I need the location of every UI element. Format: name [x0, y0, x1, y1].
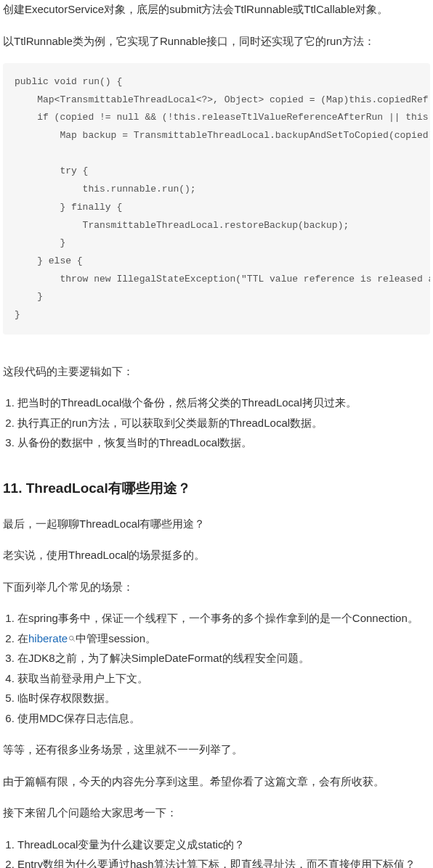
list-item: 在JDK8之前，为了解决SimpleDateFormat的线程安全问题。 [17, 649, 430, 668]
list-item: 从备份的数据中，恢复当时的ThreadLocal数据。 [17, 433, 430, 452]
text-after-link: 中管理session。 [76, 632, 156, 644]
list-item: 临时保存权限数据。 [17, 689, 430, 708]
paragraph: 最后，一起聊聊ThreadLocal有哪些用途？ [3, 515, 430, 533]
external-link-icon [68, 629, 76, 636]
paragraph: 等等，还有很多业务场景，这里就不一一列举了。 [3, 740, 430, 759]
paragraph: 由于篇幅有限，今天的内容先分享到这里。希望你看了这篇文章，会有所收获。 [3, 772, 430, 791]
list-item: 执行真正的run方法，可以获取到父类最新的ThreadLocal数据。 [17, 414, 430, 433]
list-item: 把当时的ThreadLocal做个备份，然后将父类的ThreadLocal拷贝过… [17, 393, 430, 412]
list-item: 在hiberate中管理session。 [17, 629, 430, 648]
questions-list: ThreadLocal变量为什么建议要定义成static的？ Entry数组为什… [3, 835, 430, 868]
partial-top-line: 创建ExecutorService对象，底层的submit方法会TtlRunna… [3, 0, 430, 19]
hiberate-link[interactable]: hiberate [28, 632, 68, 644]
logic-list: 把当时的ThreadLocal做个备份，然后将父类的ThreadLocal拷贝过… [3, 393, 430, 452]
text-before-link: 在 [17, 632, 28, 644]
list-item: 在spring事务中，保证一个线程下，一个事务的多个操作拿到的是一个Connec… [17, 609, 430, 628]
list-item: ThreadLocal变量为什么建议要定义成static的？ [17, 835, 430, 854]
paragraph: 老实说，使用ThreadLocal的场景挺多的。 [3, 546, 430, 565]
section-heading-11: 11. ThreadLocal有哪些用途？ [3, 477, 430, 500]
paragraph: 接下来留几个问题给大家思考一下： [3, 803, 430, 822]
code-block: public void run() { Map<TransmittableThr… [3, 63, 430, 335]
list-item: 获取当前登录用户上下文。 [17, 669, 430, 688]
paragraph: 下面列举几个常见的场景： [3, 578, 430, 597]
list-item: 使用MDC保存日志信息。 [17, 709, 430, 728]
logic-intro: 这段代码的主要逻辑如下： [3, 362, 430, 381]
list-item: Entry数组为什么要通过hash算法计算下标，即直线寻址法，而不直接使用下标值… [17, 855, 430, 868]
usage-list: 在spring事务中，保证一个线程下，一个事务的多个操作拿到的是一个Connec… [3, 609, 430, 727]
paragraph-intro: 以TtlRunnable类为例，它实现了Runnable接口，同时还实现了它的r… [3, 32, 430, 51]
svg-point-0 [70, 636, 74, 640]
svg-line-1 [73, 639, 75, 642]
code-block-container[interactable]: public void run() { Map<TransmittableThr… [3, 63, 430, 335]
